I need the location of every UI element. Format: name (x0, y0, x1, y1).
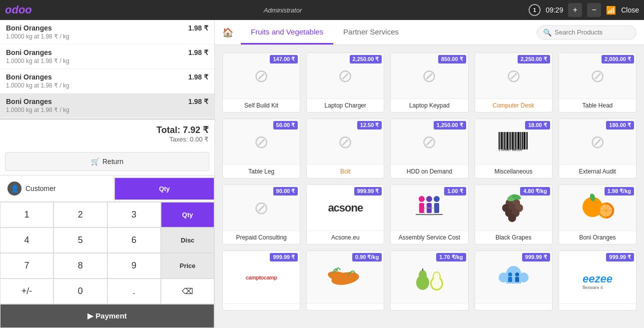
product-img: 999.99 ₹ (475, 251, 552, 304)
product-miscellaneous[interactable]: 18.00 ₹ (475, 118, 553, 178)
product-img: 50.00 ₹ ⊘ (223, 119, 300, 164)
tab-partner-services[interactable]: Partner Services (333, 20, 409, 44)
svg-rect-15 (520, 132, 521, 150)
payment-button[interactable]: ▶ Payment (0, 304, 214, 328)
product-img: 999.99 ₹ camptocamp (223, 251, 300, 304)
left-panel: Boni Oranges 1.98 ₹ 1.0000 kg at 1.98 ₹ … (0, 20, 215, 328)
num-1-button[interactable]: 1 (0, 202, 53, 228)
product-bolt[interactable]: 12.50 ₹ ⊘ Bolt (306, 118, 384, 178)
product-cloud-service[interactable]: 999.99 ₹ (475, 250, 553, 310)
order-item-name: Boni Oranges (6, 24, 52, 32)
product-img: 2,250.00 ₹ ⊘ (475, 53, 552, 98)
product-flexware[interactable]: 999.99 ₹ eezee flexware it (559, 250, 637, 310)
decimal-button[interactable]: . (107, 278, 161, 304)
num-9-button[interactable]: 9 (107, 253, 161, 278)
order-item[interactable]: Boni Oranges 1.98 ₹ 1.0000 kg at 1.98 ₹ … (0, 20, 214, 44)
qty-mode-button[interactable]: Qty (114, 178, 214, 200)
product-name (475, 304, 552, 310)
close-button[interactable]: Close (621, 6, 639, 14)
disc-button[interactable]: Disc (161, 228, 214, 253)
home-button[interactable]: 🏠 (222, 27, 233, 38)
order-item-detail: 1.0000 kg at 1.98 ₹ / kg (6, 58, 208, 64)
svg-text:flexware it: flexware it (583, 285, 603, 290)
payment-label: Payment (95, 312, 127, 320)
product-name (307, 304, 384, 310)
search-box[interactable]: 🔍 (537, 26, 637, 40)
product-external-audit[interactable]: 180.00 ₹ ⊘ External Audit (559, 118, 637, 178)
svg-rect-16 (521, 132, 522, 150)
num-5-button[interactable]: 5 (53, 228, 107, 253)
svg-point-52 (419, 270, 427, 280)
product-computer-desk[interactable]: 2,250.00 ₹ ⊘ Computer Desk (475, 52, 553, 112)
num-6-button[interactable]: 6 (107, 228, 161, 253)
return-icon: 🛒 (91, 158, 99, 166)
price-button[interactable]: Price (161, 253, 214, 278)
product-pears[interactable]: 1.70 ₹/kg (390, 250, 468, 310)
order-item[interactable]: Boni Oranges 1.98 ₹ 1.0000 kg at 1.98 ₹ … (0, 69, 214, 94)
price-badge: 999.99 ₹ (522, 253, 550, 262)
svg-rect-11 (514, 132, 515, 150)
camptocamp-logo: camptocamp (246, 274, 277, 280)
product-img: 999.99 ₹ eezee flexware it (559, 251, 636, 304)
backspace-button[interactable]: ⌫ (161, 278, 214, 304)
product-acsone[interactable]: 999.99 ₹ acsone Acsone.eu (306, 184, 384, 244)
product-img: 180.00 ₹ ⊘ (559, 119, 636, 164)
topbar: odoo Administrator 1 09:29 + − 📶 Close (0, 0, 644, 20)
product-img: 18.00 ₹ (475, 119, 552, 164)
price-badge: 2,250.00 ₹ (350, 55, 382, 64)
product-carrots[interactable]: 0.90 ₹/kg (306, 250, 384, 310)
product-boni-oranges[interactable]: 1.98 ₹/kg (559, 184, 637, 244)
product-img: 1.70 ₹/kg (391, 251, 468, 304)
product-name: Boni Oranges (559, 230, 636, 244)
svg-rect-6 (507, 132, 508, 150)
num-2-button[interactable]: 2 (53, 202, 107, 228)
placeholder-icon: ⊘ (422, 132, 437, 152)
product-laptop-keypad[interactable]: 850.00 ₹ ⊘ Laptop Keypad (390, 52, 468, 112)
order-item[interactable]: Boni Oranges 1.98 ₹ 1.0000 kg at 1.98 ₹ … (0, 94, 214, 118)
plusminus-button[interactable]: +/- (0, 278, 53, 304)
svg-rect-4 (504, 132, 505, 150)
product-camptocamp[interactable]: 999.99 ₹ camptocamp (222, 250, 300, 310)
product-table-head[interactable]: 2,000.00 ₹ ⊘ Table Head (559, 52, 637, 112)
product-self-build-kit[interactable]: 147.00 ₹ ⊘ Self Build Kit (222, 52, 300, 112)
num-0-button[interactable]: 0 (53, 278, 107, 304)
product-hdd-on-demand[interactable]: 1,250.00 ₹ ⊘ HDD on Demand (390, 118, 468, 178)
price-badge: 999.99 ₹ (270, 253, 298, 262)
price-badge: 1,250.00 ₹ (434, 121, 466, 130)
order-item[interactable]: Boni Oranges 1.98 ₹ 1.0000 kg at 1.98 ₹ … (0, 44, 214, 69)
product-black-grapes[interactable]: 4.80 ₹/kg (475, 184, 553, 244)
product-img: 0.90 ₹/kg (307, 251, 384, 304)
product-img: 90.00 ₹ ⊘ (223, 185, 300, 230)
customer-button[interactable]: 👤 Customer (0, 176, 114, 202)
placeholder-icon: ⊘ (506, 66, 521, 86)
num-8-button[interactable]: 8 (53, 253, 107, 278)
product-name: Laptop Charger (307, 98, 384, 112)
minus-session-button[interactable]: − (587, 3, 601, 17)
num-3-button[interactable]: 3 (107, 202, 161, 228)
price-badge: 12.50 ₹ (357, 121, 382, 130)
svg-point-22 (419, 196, 425, 202)
customer-row: 👤 Customer Qty (0, 176, 214, 202)
svg-rect-65 (515, 277, 519, 282)
num-4-button[interactable]: 4 (0, 228, 53, 253)
order-item-name: Boni Oranges (6, 98, 52, 106)
product-name: Computer Desk (475, 98, 552, 112)
product-img: 4.80 ₹/kg (475, 185, 552, 230)
qty-button[interactable]: Qty (161, 202, 214, 228)
tab-fruits-vegetables[interactable]: Fruits and Vegetables (241, 20, 333, 44)
svg-point-24 (426, 196, 432, 202)
num-7-button[interactable]: 7 (0, 253, 53, 278)
product-name (223, 304, 300, 310)
return-button[interactable]: 🛒 Return (5, 152, 209, 171)
product-assembly-service[interactable]: 1.00 ₹ Assembly Serv (390, 184, 468, 244)
product-table-leg[interactable]: 50.00 ₹ ⊘ Table Leg (222, 118, 300, 178)
search-input[interactable] (555, 28, 630, 36)
product-prepaid-consulting[interactable]: 90.00 ₹ ⊘ Prepaid Consulting (222, 184, 300, 244)
carrots-visual (328, 264, 363, 291)
price-badge: 1.00 ₹ (444, 187, 466, 196)
placeholder-icon: ⊘ (590, 66, 605, 86)
price-badge: 180.00 ₹ (606, 121, 634, 130)
product-laptop-charger[interactable]: 2,250.00 ₹ ⊘ Laptop Charger (306, 52, 384, 112)
product-img: 2,000.00 ₹ ⊘ (559, 53, 636, 98)
add-session-button[interactable]: + (568, 3, 582, 17)
